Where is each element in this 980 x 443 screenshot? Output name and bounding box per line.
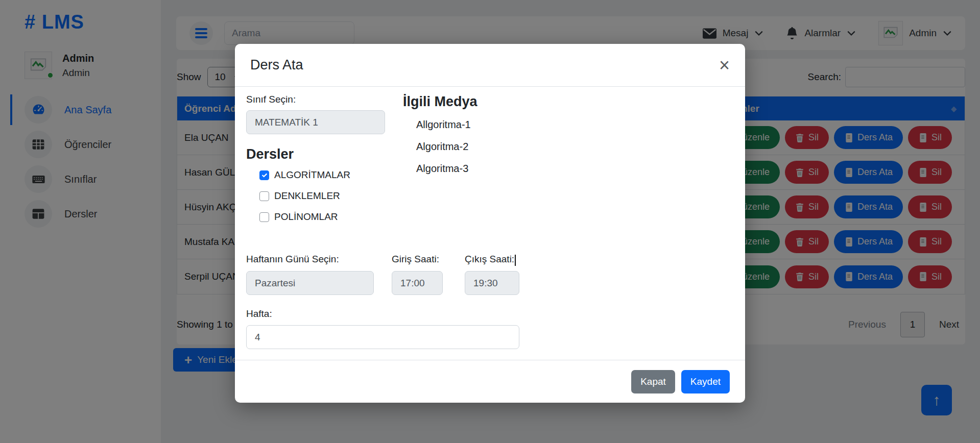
start-time-label: Giriş Saati: [392,254,439,265]
courses-heading: Dersler [246,146,385,162]
close-button[interactable]: Kapat [631,370,675,393]
course-checkbox-denklemler[interactable]: DENKLEMLER [259,190,385,202]
day-select-label: Haftanın Günü Seçin: [246,254,339,265]
media-item: Algoritma-2 [416,141,477,153]
course-checkbox-polinomlar[interactable]: POLİNOMLAR [259,211,385,223]
class-select-label: Sınıf Seçin: [246,94,385,105]
start-time-input[interactable] [392,271,443,295]
week-input[interactable] [246,325,519,349]
end-time-label: Çıkış Saati: [465,254,514,265]
end-time-input[interactable] [465,271,519,295]
class-select-value: MATEMATİK 1 [255,117,318,128]
checkbox-icon[interactable] [259,170,269,180]
course-label: POLİNOMLAR [274,211,338,223]
media-item: Algoritma-3 [416,163,477,175]
close-icon[interactable]: × [719,56,730,75]
media-heading: İlgili Medya [403,94,477,110]
checkbox-icon[interactable] [259,191,269,201]
course-label: DENKLEMLER [274,190,340,202]
checkbox-icon[interactable] [259,212,269,222]
course-label: ALGORİTMALAR [274,169,350,181]
ders-ata-modal: Ders Ata × Sınıf Seçin: MATEMATİK 1 Ders… [235,44,745,403]
modal-title: Ders Ata [250,57,303,73]
media-item: Allgoritma-1 [416,119,477,131]
day-select[interactable] [246,271,374,295]
text-cursor [515,255,516,266]
week-label: Hafta: [246,308,734,319]
class-select[interactable]: MATEMATİK 1 [246,110,385,134]
save-button[interactable]: Kaydet [681,370,730,393]
course-checkbox-algoritmalar[interactable]: ALGORİTMALAR [259,169,385,181]
